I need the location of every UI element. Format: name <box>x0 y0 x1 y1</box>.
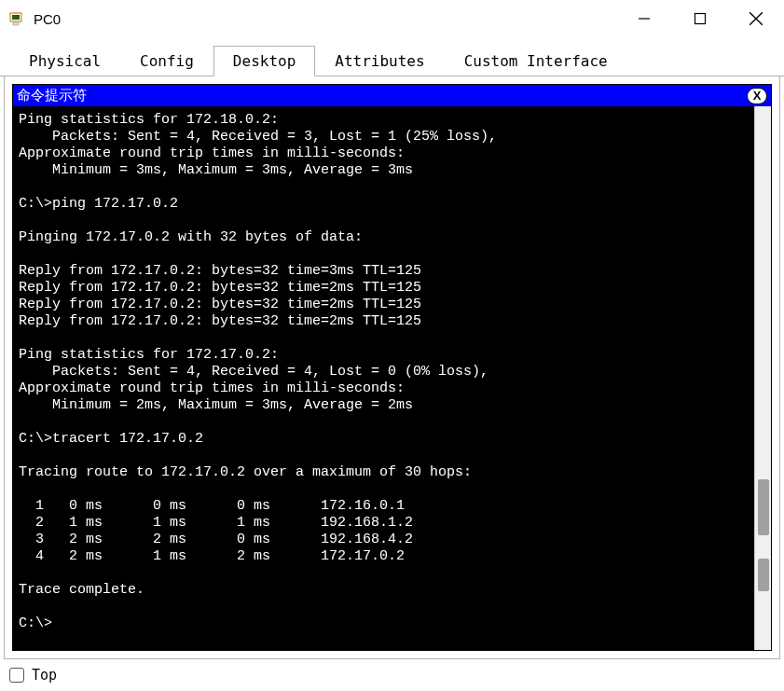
maximize-button[interactable] <box>672 0 728 37</box>
scrollbar[interactable] <box>754 106 771 650</box>
console-titlebar: 命令提示符 X <box>12 84 772 106</box>
window: PC0 PhysicalConfigDesktopAttributesCusto… <box>0 0 784 691</box>
svg-rect-1 <box>12 15 20 20</box>
svg-rect-4 <box>695 14 706 24</box>
window-controls <box>616 0 784 37</box>
tab-desktop[interactable]: Desktop <box>213 46 315 76</box>
top-label: Top <box>32 667 57 684</box>
close-button[interactable] <box>728 0 784 37</box>
top-checkbox[interactable] <box>9 668 24 683</box>
console-wrapper: Ping statistics for 172.18.0.2: Packets:… <box>12 106 772 651</box>
window-title: PC0 <box>34 11 61 27</box>
scrollbar-thumb[interactable] <box>758 559 769 591</box>
console-output[interactable]: Ping statistics for 172.18.0.2: Packets:… <box>13 106 754 650</box>
console-close-button[interactable]: X <box>747 88 767 104</box>
pc-icon <box>7 9 26 28</box>
svg-rect-2 <box>13 22 19 25</box>
tab-bar: PhysicalConfigDesktopAttributesCustom In… <box>0 45 784 76</box>
scrollbar-thumb[interactable] <box>758 479 769 535</box>
tab-custom-interface[interactable]: Custom Interface <box>445 46 627 76</box>
tab-attributes[interactable]: Attributes <box>315 46 444 76</box>
desktop-content: 命令提示符 X Ping statistics for 172.18.0.2: … <box>4 76 780 659</box>
minimize-button[interactable] <box>616 0 672 37</box>
titlebar: PC0 <box>0 0 784 37</box>
footer: Top <box>0 659 784 691</box>
tab-physical[interactable]: Physical <box>9 46 120 76</box>
tab-config[interactable]: Config <box>120 46 213 76</box>
console-title: 命令提示符 <box>17 87 747 104</box>
